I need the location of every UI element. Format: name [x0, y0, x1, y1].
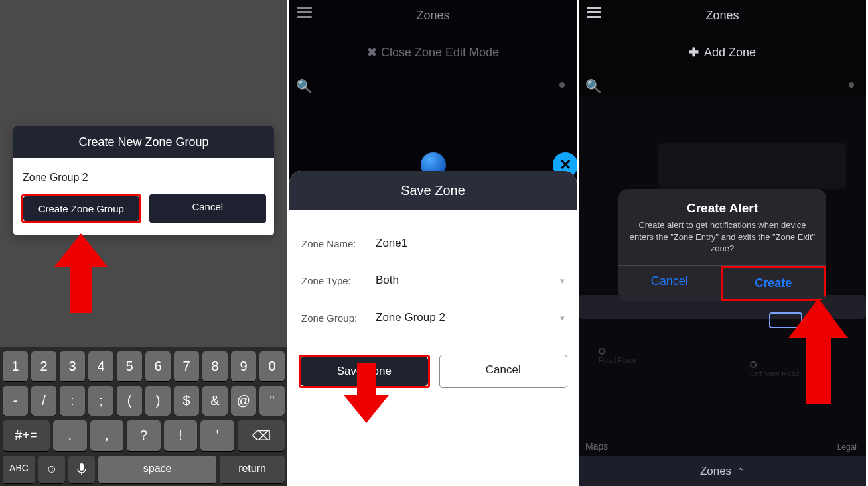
key-0[interactable]: 0	[259, 351, 285, 381]
alert-title: Create Alert	[629, 201, 816, 215]
add-zone-button[interactable]: ✚Add Zone	[579, 30, 866, 74]
dialog-button-row: Create Zone Group Cancel	[21, 194, 266, 223]
map-legal-link[interactable]: Legal	[837, 442, 857, 452]
sheet-actions: Save Zone Cancel	[289, 351, 577, 401]
topbar-title: Zones	[705, 9, 739, 23]
add-zone-label: Add Zone	[704, 46, 756, 59]
alert-body: Create Alert Create alert to get notific…	[618, 189, 826, 265]
annotation-arrow-icon	[344, 363, 389, 423]
zone-type-select[interactable]: Both	[376, 274, 560, 287]
key-abc[interactable]: ABC	[3, 456, 35, 483]
annotation-arrow-icon	[54, 233, 108, 313]
alert-message: Create alert to get notifications when d…	[629, 219, 816, 255]
chevron-down-icon: ▾	[560, 276, 565, 286]
key-?[interactable]: ?	[127, 420, 161, 451]
dialog-body: Zone Group 2 Create Zone Group Cancel	[13, 158, 274, 235]
zone-name-row: Zone Name: Zone1	[301, 225, 565, 262]
key-symbols-shift[interactable]: #+=	[3, 420, 50, 451]
zone-type-row: Zone Type: Both ▾	[301, 262, 565, 299]
overflow-icon[interactable]	[849, 82, 854, 88]
menu-icon[interactable]	[587, 7, 601, 18]
key-1[interactable]: 1	[3, 351, 28, 381]
chevron-up-icon: ⌃	[737, 466, 745, 477]
screen-create-alert: Zones ✚Add Zone 🔍 Road Place Left View R…	[579, 0, 868, 486]
bottom-label: Zones	[700, 465, 731, 478]
annotation-arrow-icon	[788, 298, 848, 404]
key-'[interactable]: '	[200, 420, 234, 451]
key-8[interactable]: 8	[202, 351, 228, 381]
close-zone-edit-button[interactable]: ✖Close Zone Edit Mode	[289, 30, 577, 74]
sheet-title: Save Zone	[289, 171, 577, 210]
key-2[interactable]: 2	[31, 351, 56, 381]
key-;[interactable]: ;	[88, 386, 113, 416]
key-space[interactable]: space	[98, 456, 216, 483]
map-attribution: Maps	[585, 441, 608, 452]
screen-create-zone-group: Create New Zone Group Zone Group 2 Creat…	[0, 0, 289, 486]
cancel-button[interactable]: Cancel	[439, 355, 568, 388]
alert-create-button[interactable]: Create	[723, 268, 825, 299]
key-7[interactable]: 7	[174, 351, 199, 381]
key-)[interactable]: )	[145, 386, 171, 416]
plus-icon: ✚	[689, 46, 699, 59]
map-poi: Road Place	[599, 348, 636, 364]
ios-keyboard: 1234567890 -/:;()$&@" #+= .,?!' ⌫ ABC ☺ …	[0, 347, 287, 486]
topbar: Zones	[579, 0, 866, 30]
zone-group-name-input[interactable]: Zone Group 2	[21, 168, 266, 194]
key-$[interactable]: $	[174, 386, 199, 416]
create-button-highlight: Create	[721, 266, 827, 301]
search-icon[interactable]: 🔍	[585, 78, 602, 94]
key-3[interactable]: 3	[60, 351, 85, 381]
zone-type-label: Zone Type:	[301, 275, 376, 286]
alert-actions: Cancel Create	[618, 265, 826, 301]
close-edit-label: Close Zone Edit Mode	[381, 46, 499, 59]
zone-group-select[interactable]: Zone Group 2	[376, 311, 560, 324]
chevron-down-icon: ▾	[560, 313, 565, 323]
key-5[interactable]: 5	[117, 351, 142, 381]
screen-save-zone: Zones ✖Close Zone Edit Mode 🔍 ✕ Save Zon…	[289, 0, 579, 486]
cancel-button[interactable]: Cancel	[149, 194, 267, 223]
key-&[interactable]: &	[202, 386, 228, 416]
key-emoji[interactable]: ☺	[38, 456, 65, 483]
svg-marker-4	[788, 298, 848, 404]
overflow-icon[interactable]	[559, 82, 565, 88]
create-alert-dialog: Create Alert Create alert to get notific…	[618, 189, 826, 301]
svg-marker-0	[54, 233, 108, 313]
key-/[interactable]: /	[31, 386, 56, 416]
topbar: Zones	[289, 0, 577, 30]
zone-group-row: Zone Group: Zone Group 2 ▾	[301, 299, 565, 336]
create-zone-group-dialog: Create New Zone Group Zone Group 2 Creat…	[13, 126, 274, 235]
key-"[interactable]: "	[259, 386, 285, 416]
key-mic[interactable]	[68, 456, 95, 483]
save-zone-sheet: Save Zone Zone Name: Zone1 Zone Type: Bo…	[289, 171, 577, 486]
zone-group-label: Zone Group:	[301, 312, 376, 324]
key-([interactable]: (	[117, 386, 142, 416]
key-backspace[interactable]: ⌫	[238, 420, 285, 451]
close-icon: ✖	[367, 46, 377, 59]
menu-icon[interactable]	[297, 7, 312, 18]
dialog-title: Create New Zone Group	[13, 126, 274, 158]
create-button-highlight: Create Zone Group	[21, 194, 141, 223]
key--[interactable]: -	[3, 386, 28, 416]
alert-cancel-button[interactable]: Cancel	[618, 266, 721, 301]
topbar-title: Zones	[416, 9, 449, 23]
key-:[interactable]: :	[60, 386, 85, 416]
svg-marker-3	[344, 363, 389, 423]
map-feature	[658, 143, 846, 189]
zones-bottom-toggle[interactable]: Zones ⌃	[579, 456, 866, 486]
key-.[interactable]: .	[53, 420, 87, 451]
key-4[interactable]: 4	[88, 351, 113, 381]
sheet-body: Zone Name: Zone1 Zone Type: Both ▾ Zone …	[289, 210, 577, 351]
search-icon[interactable]: 🔍	[296, 78, 313, 94]
svg-rect-1	[80, 463, 84, 471]
key-![interactable]: !	[164, 420, 198, 451]
key-@[interactable]: @	[231, 386, 256, 416]
key-9[interactable]: 9	[231, 351, 256, 381]
zone-name-input[interactable]: Zone1	[376, 237, 565, 250]
key-,[interactable]: ,	[90, 420, 124, 451]
create-zone-group-button[interactable]: Create Zone Group	[23, 196, 139, 221]
key-6[interactable]: 6	[145, 351, 171, 381]
zone-name-label: Zone Name:	[301, 238, 376, 249]
key-return[interactable]: return	[220, 456, 285, 483]
